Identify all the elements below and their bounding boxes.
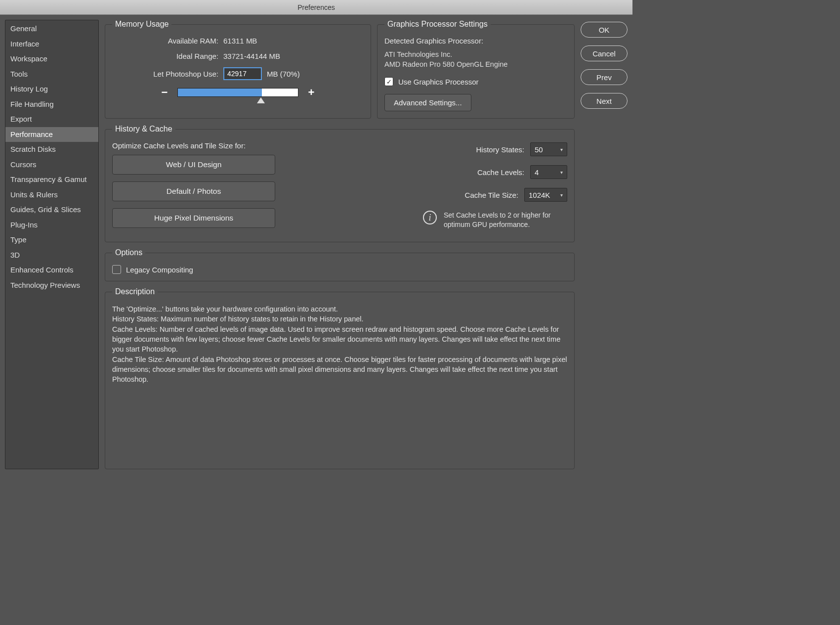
let-photoshop-use-input[interactable] [223, 67, 262, 80]
sidebar-item-type[interactable]: Type [5, 232, 98, 248]
sidebar-item-cursors[interactable]: Cursors [5, 157, 98, 173]
cache-tile-size-value: 1024K [529, 191, 556, 199]
cache-levels-label: Cache Levels: [477, 168, 524, 177]
description-title: Description [112, 287, 158, 296]
sidebar-item-guides-grid-slices[interactable]: Guides, Grid & Slices [5, 202, 98, 218]
history-cache-group: History & Cache Optimize Cache Levels an… [105, 125, 575, 242]
memory-slider-thumb[interactable] [257, 97, 265, 103]
legacy-compositing-checkbox[interactable] [112, 265, 121, 274]
sidebar-item-history-log[interactable]: History Log [5, 82, 98, 97]
sidebar-item-tools[interactable]: Tools [5, 67, 98, 82]
memory-slider-decrease[interactable]: − [159, 86, 170, 99]
let-photoshop-use-label: Let Photoshop Use: [112, 70, 223, 78]
prev-button[interactable]: Prev [581, 69, 628, 85]
memory-slider[interactable] [177, 88, 298, 97]
preset-web-ui-button[interactable]: Web / UI Design [112, 155, 275, 175]
detected-gpu-label: Detected Graphics Processor: [384, 37, 567, 45]
chevron-down-icon: ▾ [560, 170, 563, 175]
sidebar-item-export[interactable]: Export [5, 112, 98, 127]
ok-button[interactable]: OK [581, 22, 628, 38]
gpu-settings-title: Graphics Processor Settings [384, 20, 491, 29]
history-cache-title: History & Cache [112, 125, 175, 134]
cache-tile-size-select[interactable]: 1024K ▾ [524, 188, 567, 202]
preset-default-photos-button[interactable]: Default / Photos [112, 181, 275, 201]
sidebar-item-workspace[interactable]: Workspace [5, 51, 98, 67]
sidebar-item-transparency-gamut[interactable]: Transparency & Gamut [5, 172, 98, 187]
cache-tile-size-label: Cache Tile Size: [465, 191, 518, 199]
chevron-down-icon: ▾ [560, 192, 563, 198]
preferences-sidebar: GeneralInterfaceWorkspaceToolsHistory Lo… [5, 20, 99, 469]
detected-gpu-line1: ATI Technologies Inc. [384, 50, 567, 60]
legacy-compositing-label: Legacy Compositing [126, 266, 193, 274]
description-text: The 'Optimize...' buttons take your hard… [112, 304, 567, 384]
available-ram-value: 61311 MB [223, 37, 257, 45]
sidebar-item-general[interactable]: General [5, 21, 98, 37]
cache-levels-select[interactable]: 4 ▾ [530, 165, 567, 179]
detected-gpu-line2: AMD Radeon Pro 580 OpenGL Engine [384, 60, 567, 70]
sidebar-item-file-handling[interactable]: File Handling [5, 97, 98, 112]
sidebar-item-units-rulers[interactable]: Units & Rulers [5, 187, 98, 203]
cache-levels-value: 4 [535, 168, 556, 177]
sidebar-item-plug-ins[interactable]: Plug-Ins [5, 218, 98, 233]
options-title: Options [112, 248, 145, 257]
sidebar-item-technology-previews[interactable]: Technology Previews [5, 278, 98, 293]
sidebar-item-performance[interactable]: Performance [5, 127, 98, 142]
next-button[interactable]: Next [581, 93, 628, 109]
options-group: Options Legacy Compositing [105, 248, 575, 281]
preset-huge-pixel-button[interactable]: Huge Pixel Dimensions [112, 208, 275, 228]
gpu-settings-group: Graphics Processor Settings Detected Gra… [377, 20, 575, 119]
memory-usage-title: Memory Usage [112, 20, 171, 29]
memory-slider-fill [178, 89, 262, 96]
ideal-range-value: 33721-44144 MB [223, 52, 280, 60]
optimize-for-label: Optimize Cache Levels and Tile Size for: [112, 141, 275, 150]
available-ram-label: Available RAM: [112, 37, 223, 45]
sidebar-item-scratch-disks[interactable]: Scratch Disks [5, 142, 98, 157]
info-icon: i [423, 211, 437, 224]
window-titlebar: Preferences [0, 0, 632, 15]
use-gpu-checkbox[interactable]: ✓ [384, 77, 393, 86]
description-group: Description The 'Optimize...' buttons ta… [105, 287, 575, 469]
sidebar-item-enhanced-controls[interactable]: Enhanced Controls [5, 263, 98, 278]
memory-usage-group: Memory Usage Available RAM: 61311 MB Ide… [105, 20, 371, 119]
memory-slider-increase[interactable]: + [305, 86, 317, 99]
use-gpu-label: Use Graphics Processor [398, 78, 479, 86]
let-photoshop-use-units: MB (70%) [267, 70, 300, 78]
sidebar-item-3d[interactable]: 3D [5, 248, 98, 263]
advanced-settings-button[interactable]: Advanced Settings... [384, 94, 471, 111]
history-states-select[interactable]: 50 ▾ [530, 142, 567, 156]
detected-gpu-value: ATI Technologies Inc. AMD Radeon Pro 580… [384, 50, 567, 69]
history-states-label: History States: [476, 145, 524, 154]
cache-hint-text: Set Cache Levels to 2 or higher for opti… [444, 211, 567, 229]
chevron-down-icon: ▾ [560, 147, 563, 152]
sidebar-item-interface[interactable]: Interface [5, 37, 98, 52]
ideal-range-label: Ideal Range: [112, 52, 223, 60]
cancel-button[interactable]: Cancel [581, 45, 628, 61]
history-states-value: 50 [535, 145, 556, 154]
